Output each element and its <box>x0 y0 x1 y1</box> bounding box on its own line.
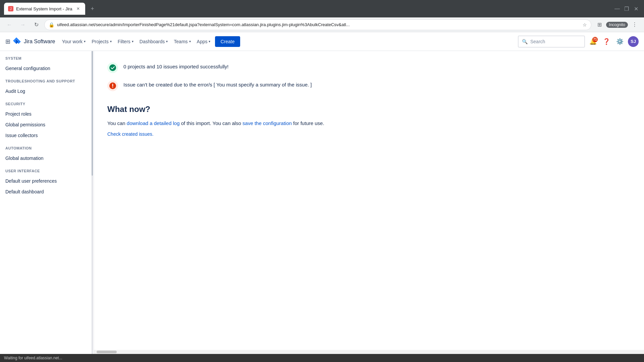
dashboards-chevron: ▾ <box>166 40 168 43</box>
sidebar-section-automation: Automation <box>0 141 94 153</box>
nav-filters[interactable]: Filters ▾ <box>115 37 136 46</box>
url-text: uifeed.atlassian.net/secure/admin/Import… <box>57 22 580 27</box>
search-placeholder: Search <box>530 39 545 44</box>
what-now-text-before: You can <box>107 120 127 126</box>
sidebar-item-global-automation[interactable]: Global automation <box>0 153 94 164</box>
browser-chrome: J External System Import - Jira ✕ + — ❐ … <box>0 0 644 17</box>
jira-header: ⊞ Jira Software Your work ▾ Projects ▾ F… <box>0 32 644 51</box>
tab-close-button[interactable]: ✕ <box>75 6 81 12</box>
what-now-text-after: for future use. <box>292 120 324 126</box>
settings-button[interactable]: ⚙️ <box>614 36 625 47</box>
projects-chevron: ▾ <box>110 40 112 43</box>
nav-your-work[interactable]: Your work ▾ <box>59 37 88 46</box>
sidebar-item-general-configuration[interactable]: General configuration <box>0 63 94 74</box>
notifications-button[interactable]: 🔔 71 <box>588 36 598 47</box>
error-circle-icon <box>109 82 116 89</box>
jira-logo-text: Jira Software <box>24 39 55 45</box>
bookmark-icon[interactable]: ☆ <box>583 22 587 27</box>
create-button[interactable]: Create <box>215 36 240 47</box>
teams-chevron: ▾ <box>189 40 191 43</box>
nav-apps-label: Apps <box>197 39 208 44</box>
jira-logo-icon <box>12 37 21 46</box>
nav-teams-label: Teams <box>174 39 187 44</box>
sidebar-section-security: Security <box>0 97 94 109</box>
sidebar-item-global-permissions[interactable]: Global permissions <box>0 119 94 130</box>
error-result: Issue can't be created due to the error/… <box>107 80 631 91</box>
lock-icon: 🔒 <box>49 22 54 27</box>
nav-teams[interactable]: Teams ▾ <box>171 37 193 46</box>
error-message: Issue can't be created due to the error/… <box>123 80 312 89</box>
new-tab-button[interactable]: + <box>88 4 97 13</box>
status-bar: Waiting for uifeed.atlassian.net... <box>0 354 644 362</box>
sidebar-section-troubleshooting: Troubleshooting and Support <box>0 74 94 86</box>
tab-favicon: J <box>8 6 13 11</box>
sidebar-item-default-user-preferences[interactable]: Default user preferences <box>0 176 94 186</box>
main-content: 0 projects and 10 issues imported succes… <box>94 51 644 362</box>
extensions-button[interactable]: ⊞ <box>594 19 605 30</box>
settings-icon: ⚙️ <box>616 38 624 45</box>
filters-chevron: ▾ <box>132 40 133 43</box>
close-window-button[interactable]: ✕ <box>632 5 640 13</box>
back-button[interactable]: ← <box>4 19 15 30</box>
nav-dashboards-label: Dashboards <box>140 39 165 44</box>
download-log-link[interactable]: download a detailed log <box>127 120 180 126</box>
notification-badge: 71 <box>592 37 598 42</box>
svg-point-2 <box>112 87 113 88</box>
menu-button[interactable]: ⋮ <box>629 19 640 30</box>
save-configuration-link[interactable]: save the configuration <box>243 120 292 126</box>
success-icon <box>107 62 118 73</box>
nav-apps[interactable]: Apps ▾ <box>194 37 213 46</box>
browser-toolbar: ← → ↻ 🔒 uifeed.atlassian.net/secure/admi… <box>0 17 644 32</box>
sidebar: System General configuration Troubleshoo… <box>0 51 94 362</box>
avatar[interactable]: SJ <box>628 36 639 47</box>
horizontal-scrollbar[interactable] <box>94 350 644 354</box>
incognito-label: Incognito <box>606 22 628 28</box>
sidebar-item-project-roles[interactable]: Project roles <box>0 109 94 119</box>
horizontal-scrollbar-thumb <box>97 351 117 353</box>
forward-button[interactable]: → <box>17 19 28 30</box>
sidebar-item-audit-log[interactable]: Audit Log <box>0 86 94 97</box>
tab-title: External System Import - Jira <box>16 6 72 11</box>
check-created-issues-link[interactable]: Check created issues. <box>107 131 154 137</box>
nav-your-work-label: Your work <box>62 39 83 44</box>
nav-projects-label: Projects <box>92 39 109 44</box>
header-right: 🔍 Search 🔔 71 ❓ ⚙️ SJ <box>518 36 639 48</box>
browser-actions: ⊞ Incognito ⋮ <box>594 19 640 30</box>
sidebar-item-default-dashboard[interactable]: Default dashboard <box>0 186 94 197</box>
status-text: Waiting for uifeed.atlassian.net... <box>4 356 62 360</box>
nav-filters-label: Filters <box>118 39 130 44</box>
search-icon: 🔍 <box>522 39 528 44</box>
browser-tab[interactable]: J External System Import - Jira ✕ <box>4 3 85 15</box>
window-controls: — ❐ ✕ <box>613 5 640 13</box>
search-box[interactable]: 🔍 Search <box>518 36 585 48</box>
maximize-button[interactable]: ❐ <box>623 5 631 13</box>
what-now-description: You can download a detailed log of this … <box>107 119 631 127</box>
reload-button[interactable]: ↻ <box>31 19 42 30</box>
main-layout: System General configuration Troubleshoo… <box>0 51 644 362</box>
sidebar-section-system: System <box>0 51 94 63</box>
scrollbar-thumb <box>92 51 93 175</box>
apps-grid-icon[interactable]: ⊞ <box>5 38 10 45</box>
help-icon: ❓ <box>603 38 610 45</box>
error-icon <box>107 80 118 91</box>
nav-projects[interactable]: Projects ▾ <box>89 37 114 46</box>
your-work-chevron: ▾ <box>84 40 86 43</box>
what-now-title: What now? <box>107 105 631 114</box>
what-now-section: What now? You can download a detailed lo… <box>107 105 631 137</box>
apps-chevron: ▾ <box>209 40 210 43</box>
sidebar-item-issue-collectors[interactable]: Issue collectors <box>0 130 94 141</box>
success-result: 0 projects and 10 issues imported succes… <box>107 62 631 73</box>
sidebar-section-user-interface: User Interface <box>0 164 94 176</box>
sidebar-scrollbar[interactable] <box>91 51 94 362</box>
minimize-button[interactable]: — <box>613 5 621 13</box>
success-message: 0 projects and 10 issues imported succes… <box>123 62 228 71</box>
check-icon <box>109 64 116 71</box>
jira-nav: Your work ▾ Projects ▾ Filters ▾ Dashboa… <box>59 36 517 47</box>
address-bar[interactable]: 🔒 uifeed.atlassian.net/secure/admin/Impo… <box>44 19 591 30</box>
nav-dashboards[interactable]: Dashboards ▾ <box>137 37 171 46</box>
svg-point-0 <box>109 64 116 71</box>
jira-logo[interactable]: Jira Software <box>12 37 55 46</box>
scrollbar-track <box>92 51 93 362</box>
what-now-text-middle: of this import. You can also <box>179 120 243 126</box>
help-button[interactable]: ❓ <box>601 36 612 47</box>
